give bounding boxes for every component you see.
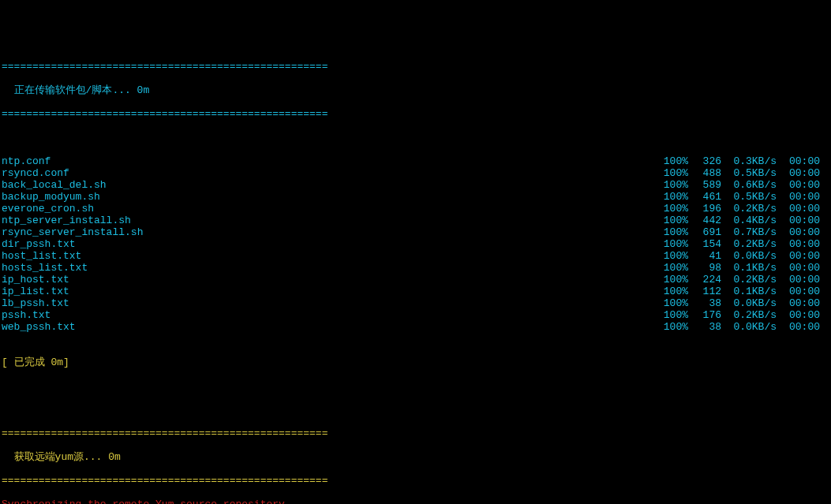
file-transfer-row: ntp_server_install.sh100%4420.4KB/s00:00: [2, 215, 831, 226]
file-time: 00:00: [777, 203, 820, 215]
file-rate: 0.0KB/s: [721, 250, 777, 262]
file-rate: 0.0KB/s: [721, 297, 777, 309]
file-name: lb_pssh.txt: [2, 297, 657, 309]
file-rate: 0.7KB/s: [721, 226, 777, 238]
file-time: 00:00: [777, 321, 820, 333]
file-time: 00:00: [777, 309, 820, 321]
file-name: ntp_server_install.sh: [2, 215, 657, 226]
file-size: 41: [688, 250, 721, 262]
file-size: 224: [688, 274, 721, 286]
done-marker-1: [ 已完成 0m]: [2, 357, 831, 368]
file-name: backup_modyum.sh: [2, 191, 657, 203]
file-transfer-row: pssh.txt100%1760.2KB/s00:00: [2, 309, 831, 321]
file-size: 442: [688, 215, 721, 226]
file-name: ip_host.txt: [2, 274, 657, 286]
file-percent: 100%: [657, 203, 688, 215]
file-time: 00:00: [777, 262, 820, 274]
file-percent: 100%: [657, 274, 688, 286]
file-time: 00:00: [777, 167, 820, 179]
file-percent: 100%: [657, 250, 688, 262]
file-percent: 100%: [657, 286, 688, 297]
file-rate: 0.1KB/s: [721, 262, 777, 274]
file-name: back_local_del.sh: [2, 179, 657, 191]
file-percent: 100%: [657, 226, 688, 238]
file-time: 00:00: [777, 238, 820, 250]
file-transfer-row: ip_host.txt100%2240.2KB/s00:00: [2, 274, 831, 286]
section1-title: 正在传输软件包/脚本... 0m: [2, 84, 831, 96]
file-percent: 100%: [657, 297, 688, 309]
separator-line: ========================================…: [2, 427, 831, 439]
file-time: 00:00: [777, 297, 820, 309]
file-size: 38: [688, 321, 721, 333]
file-name: hosts_list.txt: [2, 262, 657, 274]
file-transfer-row: ip_list.txt100%1120.1KB/s00:00: [2, 286, 831, 297]
file-size: 38: [688, 297, 721, 309]
file-transfer-row: dir_pssh.txt100%1540.2KB/s00:00: [2, 238, 831, 250]
file-size: 154: [688, 238, 721, 250]
section2-title: 获取远端yum源... 0m: [2, 451, 831, 463]
file-transfer-row: rsyncd.conf100%4880.5KB/s00:00: [2, 167, 831, 179]
file-time: 00:00: [777, 250, 820, 262]
file-name: everone_cron.sh: [2, 203, 657, 215]
file-rate: 0.2KB/s: [721, 309, 777, 321]
file-name: web_pssh.txt: [2, 321, 657, 333]
file-percent: 100%: [657, 155, 688, 167]
file-transfer-row: everone_cron.sh100%1960.2KB/s00:00: [2, 203, 831, 215]
file-size: 461: [688, 191, 721, 203]
blank-line: [2, 380, 831, 392]
file-percent: 100%: [657, 238, 688, 250]
file-transfer-row: ntp.conf100%3260.3KB/s00:00: [2, 155, 831, 167]
file-size: 589: [688, 179, 721, 191]
file-name: rsyncd.conf: [2, 167, 657, 179]
file-rate: 0.2KB/s: [721, 203, 777, 215]
file-name: ntp.conf: [2, 155, 657, 167]
separator-line: ========================================…: [2, 475, 831, 487]
file-percent: 100%: [657, 262, 688, 274]
file-transfer-row: rsync_server_install.sh100%6910.7KB/s00:…: [2, 226, 831, 238]
file-percent: 100%: [657, 215, 688, 226]
file-name: rsync_server_install.sh: [2, 226, 657, 238]
file-size: 196: [688, 203, 721, 215]
file-rate: 0.5KB/s: [721, 167, 777, 179]
file-rate: 0.0KB/s: [721, 321, 777, 333]
file-time: 00:00: [777, 155, 820, 167]
file-rate: 0.2KB/s: [721, 274, 777, 286]
file-size: 691: [688, 226, 721, 238]
file-rate: 0.4KB/s: [721, 215, 777, 226]
file-percent: 100%: [657, 167, 688, 179]
file-time: 00:00: [777, 191, 820, 203]
file-transfer-row: back_local_del.sh100%5890.6KB/s00:00: [2, 179, 831, 191]
file-transfer-row: backup_modyum.sh100%4610.5KB/s00:00: [2, 191, 831, 203]
file-time: 00:00: [777, 274, 820, 286]
file-rate: 0.1KB/s: [721, 286, 777, 297]
file-name: host_list.txt: [2, 250, 657, 262]
sync-message: Synchronizing the remote Yum source repo…: [2, 498, 831, 504]
file-size: 98: [688, 262, 721, 274]
file-transfer-row: web_pssh.txt100%380.0KB/s00:00: [2, 321, 831, 333]
file-transfer-row: host_list.txt100%410.0KB/s00:00: [2, 250, 831, 262]
file-percent: 100%: [657, 321, 688, 333]
file-percent: 100%: [657, 309, 688, 321]
file-rate: 0.3KB/s: [721, 155, 777, 167]
file-size: 176: [688, 309, 721, 321]
file-rate: 0.2KB/s: [721, 238, 777, 250]
file-size: 488: [688, 167, 721, 179]
file-name: pssh.txt: [2, 309, 657, 321]
file-size: 112: [688, 286, 721, 297]
separator-line: ========================================…: [2, 61, 831, 73]
file-transfer-row: hosts_list.txt100%980.1KB/s00:00: [2, 262, 831, 274]
file-rate: 0.6KB/s: [721, 179, 777, 191]
file-time: 00:00: [777, 179, 820, 191]
file-name: dir_pssh.txt: [2, 238, 657, 250]
file-time: 00:00: [777, 215, 820, 226]
file-size: 326: [688, 155, 721, 167]
file-name: ip_list.txt: [2, 286, 657, 297]
file-transfer-row: lb_pssh.txt100%380.0KB/s00:00: [2, 297, 831, 309]
separator-line: ========================================…: [2, 108, 831, 120]
file-time: 00:00: [777, 226, 820, 238]
file-rate: 0.5KB/s: [721, 191, 777, 203]
file-time: 00:00: [777, 286, 820, 297]
file-percent: 100%: [657, 191, 688, 203]
file-percent: 100%: [657, 179, 688, 191]
